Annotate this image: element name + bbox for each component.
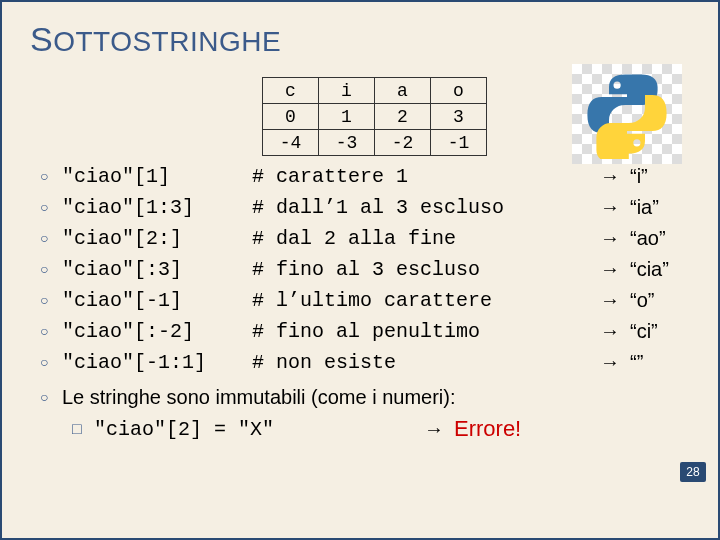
list-item: ○ "ciao"[1] # carattere 1 → “i” [40,164,690,189]
result-text: “ia” [630,195,690,220]
arrow-icon: → [600,288,630,313]
code-comment: # non esiste [252,350,600,375]
list-item: ○ "ciao"[1:3] # dall’1 al 3 escluso → “i… [40,195,690,220]
bullet-icon: ○ [40,199,62,217]
table-cell: -4 [263,130,319,156]
result-text: “cia” [630,257,690,282]
code-comment: # dal 2 alla fine [252,226,600,251]
result-text: “ao” [630,226,690,251]
bullet-icon: ○ [40,230,62,248]
list-item: ○ "ciao"[2:] # dal 2 alla fine → “ao” [40,226,690,251]
code-comment: # dall’1 al 3 escluso [252,195,600,220]
table-cell: 1 [319,104,375,130]
code-comment: # carattere 1 [252,164,600,189]
table-cell: c [263,78,319,104]
code-expression: "ciao"[1:3] [62,195,252,220]
bullet-icon: ○ [40,168,62,186]
result-text: “ci” [630,319,690,344]
table-cell: 0 [263,104,319,130]
arrow-icon: → [600,319,630,344]
page-number-value: 28 [686,465,699,479]
list-item: ○ "ciao"[-1:1] # non esiste → “” [40,350,690,375]
table-cell: -3 [319,130,375,156]
code-comment: # fino al penultimo [252,319,600,344]
bullet-icon: ○ [40,354,62,372]
table-row: c i a o [263,78,487,104]
bullet-icon: ○ [40,261,62,279]
title-first-letter: S [30,20,53,58]
code-expression: "ciao"[:3] [62,257,252,282]
code-comment: # l’ultimo carattere [252,288,600,313]
examples-list: ○ "ciao"[1] # carattere 1 → “i” ○ "ciao"… [40,164,690,442]
python-logo-icon [582,69,672,159]
arrow-icon: → [600,350,630,375]
code-expression: "ciao"[-1] [62,288,252,313]
table-row: 0 1 2 3 [263,104,487,130]
list-item: ○ "ciao"[:3] # fino al 3 escluso → “cia” [40,257,690,282]
code-expression: "ciao"[-1:1] [62,350,252,375]
bullet-icon: ○ [40,389,62,407]
arrow-icon: → [600,195,630,220]
page-title: SOTTOSTRINGHE [30,20,690,59]
result-text: “” [630,350,690,375]
bullet-icon: ○ [40,292,62,310]
code-expression: "ciao"[:-2] [62,319,252,344]
table-cell: o [431,78,487,104]
index-table: c i a o 0 1 2 3 -4 -3 -2 -1 [262,77,487,156]
table-cell: a [375,78,431,104]
list-item: ○ "ciao"[:-2] # fino al penultimo → “ci” [40,319,690,344]
code-comment: # fino al 3 escluso [252,257,600,282]
code-expression: "ciao"[2:] [62,226,252,251]
bullet-icon: ○ [40,323,62,341]
python-logo [572,64,682,164]
page-number: 28 [680,462,706,482]
error-text: Errore! [454,416,521,442]
result-text: “i” [630,164,690,189]
arrow-icon: → [600,226,630,251]
table-cell: i [319,78,375,104]
arrow-icon: → [600,257,630,282]
code-expression: "ciao"[2] = "X" [94,418,424,441]
sub-list-item: □ "ciao"[2] = "X" → Errore! [72,416,690,442]
table-cell: -1 [431,130,487,156]
box-bullet-icon: □ [72,420,94,438]
table-cell: 3 [431,104,487,130]
arrow-icon: → [600,164,630,189]
table-cell: 2 [375,104,431,130]
table-cell: -2 [375,130,431,156]
arrow-icon: → [424,418,454,441]
table-row: -4 -3 -2 -1 [263,130,487,156]
code-expression: "ciao"[1] [62,164,252,189]
slide: SOTTOSTRINGHE c i a o 0 1 2 3 -4 -3 -2 -… [0,0,720,540]
title-rest: OTTOSTRINGHE [53,26,281,57]
result-text: “o” [630,288,690,313]
list-item: ○ Le stringhe sono immutabili (come i nu… [40,385,690,410]
list-item: ○ "ciao"[-1] # l’ultimo carattere → “o” [40,288,690,313]
note-text: Le stringhe sono immutabili (come i nume… [62,385,456,410]
